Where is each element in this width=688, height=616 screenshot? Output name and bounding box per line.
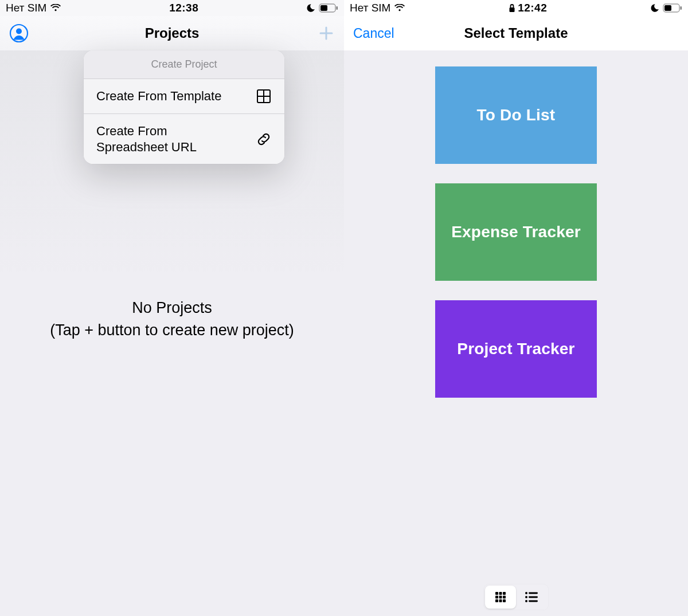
svg-rect-16 <box>499 596 502 599</box>
svg-point-21 <box>525 592 527 594</box>
profile-button[interactable] <box>9 23 29 43</box>
cancel-button[interactable]: Cancel <box>353 26 394 41</box>
svg-rect-12 <box>495 592 498 595</box>
template-list: To Do List Expense Tracker Project Track… <box>344 50 688 616</box>
wifi-icon <box>50 4 61 12</box>
view-mode-segmented <box>483 584 549 610</box>
svg-rect-17 <box>503 596 506 599</box>
create-from-url-item[interactable]: Create From Spreadsheet URL <box>84 113 284 164</box>
status-time: 12:38 <box>169 2 198 14</box>
svg-rect-10 <box>664 5 671 11</box>
status-bar: Нет SIM 12:42 <box>344 0 688 16</box>
template-card-expense[interactable]: Expense Tracker <box>435 183 597 281</box>
svg-rect-18 <box>495 599 498 602</box>
grid-icon <box>256 88 272 104</box>
empty-line-1: No Projects <box>6 297 338 319</box>
grid-view-icon <box>494 590 507 604</box>
nav-bar: Projects <box>0 16 344 50</box>
popover-item-label: Create From Spreadsheet URL <box>96 123 240 155</box>
list-view-icon <box>524 590 539 604</box>
svg-rect-14 <box>503 592 506 595</box>
template-card-todo[interactable]: To Do List <box>435 66 597 164</box>
nav-bar: Cancel Select Template <box>344 16 688 50</box>
create-from-template-item[interactable]: Create From Template <box>84 79 284 113</box>
list-view-button[interactable] <box>516 586 547 609</box>
projects-body: Create Project Create From Template Crea… <box>0 50 344 616</box>
template-label: To Do List <box>477 106 556 124</box>
link-icon <box>256 131 272 147</box>
svg-rect-24 <box>529 597 538 598</box>
template-label: Expense Tracker <box>451 223 581 241</box>
projects-screen: Нет SIM 12:38 Projects <box>0 0 344 616</box>
svg-rect-15 <box>495 596 498 599</box>
template-label: Project Tracker <box>457 340 574 358</box>
select-template-screen: Нет SIM 12:42 Cancel Select Template <box>344 0 688 616</box>
create-project-popover: Create Project Create From Template Crea… <box>84 50 284 164</box>
svg-rect-20 <box>503 599 506 602</box>
svg-point-23 <box>525 596 527 598</box>
empty-state: No Projects (Tap + button to create new … <box>0 297 344 342</box>
template-card-project[interactable]: Project Tracker <box>435 300 597 398</box>
svg-rect-13 <box>499 592 502 595</box>
lock-icon <box>509 3 515 13</box>
svg-point-25 <box>525 600 527 602</box>
add-project-button[interactable] <box>318 25 335 42</box>
status-bar: Нет SIM 12:38 <box>0 0 344 16</box>
popover-item-label: Create From Template <box>96 88 221 104</box>
svg-point-4 <box>16 29 22 34</box>
moon-icon <box>650 3 659 13</box>
battery-icon <box>319 3 338 13</box>
wifi-icon <box>394 4 405 12</box>
sim-status: Нет SIM <box>350 2 390 14</box>
battery-icon <box>663 3 682 13</box>
svg-rect-2 <box>337 6 338 10</box>
status-time: 12:42 <box>518 2 547 14</box>
grid-view-button[interactable] <box>485 586 516 609</box>
empty-line-2: (Tap + button to create new project) <box>6 319 338 342</box>
sim-status: Нет SIM <box>6 2 46 14</box>
view-mode-toolbar <box>344 584 688 610</box>
svg-rect-26 <box>529 601 538 602</box>
moon-icon <box>306 3 315 13</box>
popover-title: Create Project <box>84 50 284 79</box>
svg-rect-8 <box>510 7 515 12</box>
svg-rect-19 <box>499 599 502 602</box>
svg-rect-1 <box>320 5 327 11</box>
svg-rect-11 <box>681 6 682 10</box>
svg-rect-22 <box>529 593 538 594</box>
